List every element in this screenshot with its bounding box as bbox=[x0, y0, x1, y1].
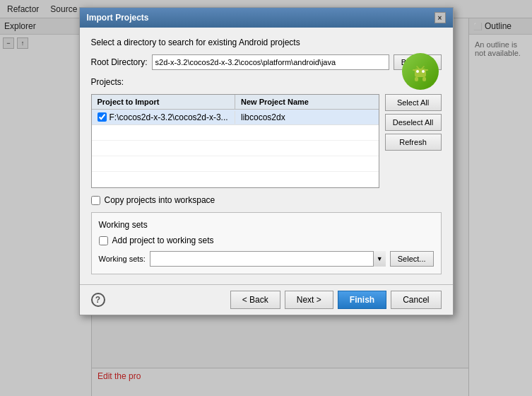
combo-dropdown-icon[interactable]: ▼ bbox=[373, 251, 386, 267]
next-button[interactable]: Next > bbox=[285, 291, 333, 309]
table-cell-project-name: libcocos2dx bbox=[235, 111, 379, 124]
side-buttons: Select All Deselect All Refresh bbox=[385, 94, 442, 188]
copy-checkbox-row: Copy projects into workspace bbox=[91, 195, 442, 205]
add-project-label: Add project to working sets bbox=[112, 235, 214, 245]
dialog-subtitle: Select a directory to search for existin… bbox=[91, 37, 399, 47]
projects-table: Project to Import New Project Name F:\co… bbox=[91, 94, 379, 188]
cancel-button[interactable]: Cancel bbox=[391, 291, 441, 309]
table-row-empty-1 bbox=[92, 125, 379, 141]
dialog-footer: ? < Back Next > Finish Cancel bbox=[80, 284, 453, 315]
refresh-button[interactable]: Refresh bbox=[385, 134, 442, 151]
root-dir-row: Root Directory: Browse... bbox=[91, 54, 442, 70]
deselect-all-button[interactable]: Deselect All bbox=[385, 114, 442, 131]
dialog-titlebar: Import Projects × bbox=[80, 8, 453, 28]
working-sets-input[interactable] bbox=[150, 251, 386, 267]
table-cell-project: F:\cocos2d-x-3.2\cocos2d-x-3... bbox=[92, 111, 236, 124]
col-project-to-import: Project to Import bbox=[92, 95, 236, 109]
footer-buttons: < Back Next > Finish Cancel bbox=[230, 291, 442, 309]
table-header: Project to Import New Project Name bbox=[92, 95, 379, 110]
select-all-button[interactable]: Select All bbox=[385, 94, 442, 111]
eclipse-ide: Refactor Source Explorer × − ↑ ⬜ Outline… bbox=[0, 0, 532, 396]
root-dir-input[interactable] bbox=[152, 54, 389, 70]
add-project-row: Add project to working sets bbox=[99, 235, 434, 245]
svg-rect-8 bbox=[422, 77, 426, 81]
table-row-empty-2 bbox=[92, 141, 379, 156]
col-new-project-name: New Project Name bbox=[235, 95, 379, 109]
projects-area: Project to Import New Project Name F:\co… bbox=[91, 94, 442, 188]
working-sets-section: Working sets Add project to working sets… bbox=[91, 212, 442, 274]
svg-point-2 bbox=[422, 70, 425, 73]
table-row[interactable]: F:\cocos2d-x-3.2\cocos2d-x-3... libcocos… bbox=[92, 110, 379, 125]
import-dialog: Import Projects × bbox=[79, 7, 454, 315]
svg-line-5 bbox=[417, 66, 419, 69]
dialog-close-button[interactable]: × bbox=[435, 12, 446, 23]
copy-checkbox[interactable] bbox=[91, 196, 100, 205]
project-checkbox[interactable] bbox=[97, 112, 107, 122]
svg-rect-7 bbox=[415, 77, 418, 81]
back-button[interactable]: < Back bbox=[230, 291, 280, 309]
project-name: libcocos2dx bbox=[241, 112, 285, 122]
add-project-checkbox[interactable] bbox=[99, 236, 108, 245]
select-button[interactable]: Select... bbox=[390, 251, 434, 267]
project-path: F:\cocos2d-x-3.2\cocos2d-x-3... bbox=[110, 112, 228, 122]
working-sets-combo-wrapper: ▼ bbox=[150, 251, 386, 267]
footer-left: ? bbox=[91, 293, 105, 307]
svg-rect-0 bbox=[415, 69, 426, 77]
modal-overlay: Import Projects × bbox=[0, 0, 532, 396]
dialog-body: Select a directory to search for existin… bbox=[80, 28, 453, 284]
working-sets-label: Working sets: bbox=[99, 255, 146, 263]
table-row-empty-3 bbox=[92, 156, 379, 172]
android-icon bbox=[402, 53, 439, 90]
table-row-empty-4 bbox=[92, 172, 379, 187]
root-dir-label: Root Directory: bbox=[91, 57, 148, 67]
dialog-title: Import Projects bbox=[87, 13, 149, 23]
finish-button[interactable]: Finish bbox=[338, 291, 386, 309]
svg-point-1 bbox=[416, 70, 419, 73]
copy-label: Copy projects into workspace bbox=[105, 195, 215, 205]
svg-line-6 bbox=[422, 66, 424, 69]
help-icon[interactable]: ? bbox=[91, 293, 105, 307]
projects-label: Projects: bbox=[91, 77, 442, 87]
working-sets-row: Working sets: ▼ Select... bbox=[99, 251, 434, 267]
working-sets-title: Working sets bbox=[99, 220, 434, 230]
